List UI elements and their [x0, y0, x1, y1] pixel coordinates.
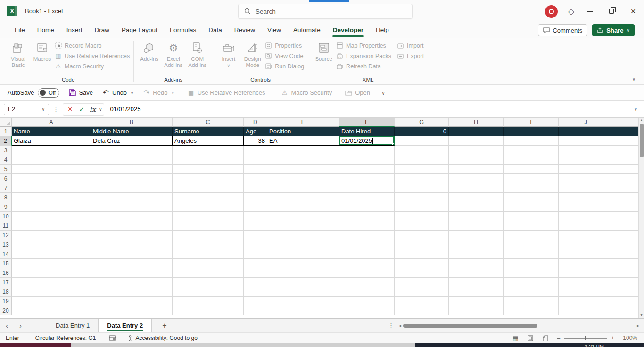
cell-B17[interactable] — [91, 278, 173, 287]
cell-H10[interactable] — [449, 212, 504, 221]
cell-partial-12[interactable] — [613, 231, 638, 240]
share-chevron-icon[interactable]: ∨ — [627, 28, 630, 33]
cell-D1[interactable]: Age — [244, 127, 267, 136]
row-header-13[interactable]: 13 — [0, 240, 12, 249]
cell-D3[interactable] — [244, 146, 267, 155]
vertical-scrollbar[interactable]: ▴ ▾ — [638, 118, 644, 318]
column-header-A[interactable]: A — [12, 118, 91, 127]
cell-F2[interactable]: 01/01/2025 — [339, 136, 395, 146]
cell-partial-4[interactable] — [613, 155, 638, 165]
next-sheet-icon[interactable]: › — [14, 322, 27, 330]
cell-I5[interactable] — [504, 165, 559, 174]
cell-partial-13[interactable] — [613, 240, 638, 249]
cell-H20[interactable] — [449, 306, 504, 315]
tab-help[interactable]: Help — [370, 24, 395, 37]
cell-C19[interactable] — [173, 297, 244, 306]
cell-G14[interactable] — [395, 249, 449, 259]
zoom-slider-knob[interactable] — [585, 336, 586, 340]
cell-B2[interactable]: Dela Cruz — [91, 136, 173, 146]
cell-F18[interactable] — [339, 287, 395, 297]
row-header-9[interactable]: 9 — [0, 202, 12, 212]
cell-E18[interactable] — [267, 287, 339, 297]
cell-F9[interactable] — [339, 202, 395, 212]
column-header-E[interactable]: E — [267, 118, 339, 127]
cell-I12[interactable] — [504, 231, 559, 240]
cell-B13[interactable] — [91, 240, 173, 249]
cell-F16[interactable] — [339, 268, 395, 278]
formula-bar-grip-icon[interactable]: ⋮ — [53, 106, 59, 113]
cell-J10[interactable] — [559, 212, 613, 221]
cell-E7[interactable] — [267, 183, 339, 193]
cell-F10[interactable] — [339, 212, 395, 221]
row-header-14[interactable]: 14 — [0, 249, 12, 259]
row-header-2[interactable]: 2 — [0, 136, 12, 146]
sheet-tab-data-entry-1[interactable]: Data Entry 1 — [47, 319, 99, 332]
cell-B8[interactable] — [91, 193, 173, 202]
cell-I19[interactable] — [504, 297, 559, 306]
cell-J18[interactable] — [559, 287, 613, 297]
cell-D7[interactable] — [244, 183, 267, 193]
cell-E9[interactable] — [267, 202, 339, 212]
zoom-level[interactable]: 100% — [623, 335, 637, 341]
cell-D19[interactable] — [244, 297, 267, 306]
cell-C4[interactable] — [173, 155, 244, 165]
cell-D13[interactable] — [244, 240, 267, 249]
cell-F7[interactable] — [339, 183, 395, 193]
cell-partial-18[interactable] — [613, 287, 638, 297]
cell-B15[interactable] — [91, 259, 173, 268]
cell-C5[interactable] — [173, 165, 244, 174]
row-header-10[interactable]: 10 — [0, 212, 12, 221]
cell-H1[interactable] — [449, 127, 504, 136]
zoom-in-icon[interactable]: + — [611, 335, 614, 341]
cell-H17[interactable] — [449, 278, 504, 287]
sheetbar-grip-icon[interactable]: ⋮ — [383, 322, 399, 329]
cell-I16[interactable] — [504, 268, 559, 278]
column-header-D[interactable]: D — [244, 118, 267, 127]
vertical-scroll-thumb[interactable] — [640, 124, 644, 157]
cell-A4[interactable] — [12, 155, 91, 165]
cell-B16[interactable] — [91, 268, 173, 278]
cell-G6[interactable] — [395, 174, 449, 183]
cell-H4[interactable] — [449, 155, 504, 165]
row-header-15[interactable]: 15 — [0, 259, 12, 268]
select-all-corner[interactable] — [0, 118, 12, 127]
cell-C15[interactable] — [173, 259, 244, 268]
cell-C7[interactable] — [173, 183, 244, 193]
cell-D17[interactable] — [244, 278, 267, 287]
cell-D15[interactable] — [244, 259, 267, 268]
premium-diamond-icon[interactable]: ◇ — [568, 7, 574, 17]
cell-J7[interactable] — [559, 183, 613, 193]
cell-C2[interactable]: Angeles — [173, 136, 244, 146]
cell-G15[interactable] — [395, 259, 449, 268]
qat-overflow-icon[interactable]: ∨ — [381, 91, 385, 94]
cell-J6[interactable] — [559, 174, 613, 183]
cell-A9[interactable] — [12, 202, 91, 212]
zoom-out-icon[interactable]: – — [557, 335, 561, 341]
cell-B12[interactable] — [91, 231, 173, 240]
cell-J3[interactable] — [559, 146, 613, 155]
cell-C9[interactable] — [173, 202, 244, 212]
cell-H5[interactable] — [449, 165, 504, 174]
scroll-down-icon[interactable]: ▾ — [640, 313, 642, 317]
cell-I7[interactable] — [504, 183, 559, 193]
cell-C8[interactable] — [173, 193, 244, 202]
cell-F13[interactable] — [339, 240, 395, 249]
row-header-18[interactable]: 18 — [0, 287, 12, 297]
formula-input[interactable]: 01/01/2025 — [110, 106, 140, 113]
add-sheet-button[interactable]: + — [152, 322, 177, 330]
cell-E13[interactable] — [267, 240, 339, 249]
cell-C12[interactable] — [173, 231, 244, 240]
cell-E8[interactable] — [267, 193, 339, 202]
tab-home[interactable]: Home — [31, 24, 60, 37]
cell-partial-14[interactable] — [613, 249, 638, 259]
cell-D20[interactable] — [244, 306, 267, 315]
cell-H16[interactable] — [449, 268, 504, 278]
cell-F20[interactable] — [339, 306, 395, 315]
tab-data[interactable]: Data — [202, 24, 228, 37]
cell-G11[interactable] — [395, 221, 449, 231]
cell-A8[interactable] — [12, 193, 91, 202]
cell-A12[interactable] — [12, 231, 91, 240]
cell-I1[interactable] — [504, 127, 559, 136]
add-ins-button[interactable]: Add-ins — [138, 40, 161, 62]
cell-I9[interactable] — [504, 202, 559, 212]
